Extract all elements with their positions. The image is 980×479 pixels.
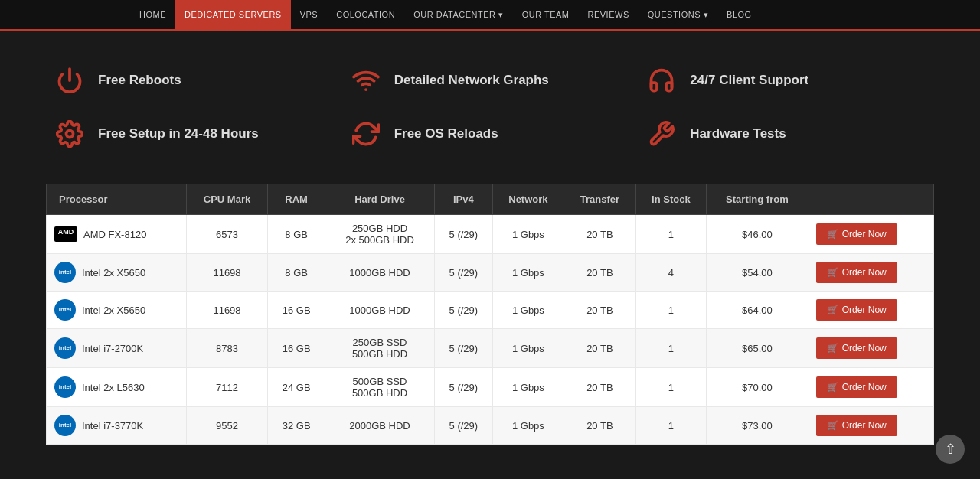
ram-cell: 8 GB (268, 254, 325, 292)
transfer-cell: 20 TB (564, 368, 635, 407)
table-row: intelIntel i7-3770K 9552 32 GB 2000GB HD… (47, 407, 934, 445)
processor-name: Intel i7-2700K (82, 343, 143, 354)
col-header: Starting from (707, 184, 808, 215)
price-cell: $54.00 (707, 254, 808, 292)
feature-label: 24/7 Client Support (690, 73, 808, 88)
feature-label: Free Setup in 24-48 Hours (98, 126, 259, 142)
order-label: Order Now (842, 229, 887, 240)
cart-icon: 🛒 (827, 420, 838, 431)
processor-cell: intelIntel 2x L5630 (47, 368, 187, 407)
svg-point-2 (67, 131, 74, 138)
feature-item-wrench: Hardware Tests (638, 107, 934, 161)
network-cell: 1 Gbps (492, 292, 564, 329)
transfer-cell: 20 TB (564, 329, 635, 368)
scroll-up-button[interactable]: ⇧ (936, 435, 965, 464)
features-grid: Free Reboots Detailed Network Graphs 24/… (0, 31, 980, 176)
ram-cell: 8 GB (268, 215, 325, 254)
cart-icon: 🛒 (827, 305, 838, 315)
price-cell: $65.00 (707, 329, 808, 368)
headset-icon (645, 64, 678, 96)
hard-drive-cell: 2000GB HDD (325, 407, 435, 445)
order-label: Order Now (842, 343, 887, 354)
in-stock-cell: 1 (635, 215, 707, 254)
col-header: Network (492, 184, 564, 215)
order-cell[interactable]: 🛒 Order Now (808, 368, 933, 407)
order-now-button[interactable]: 🛒 Order Now (816, 223, 897, 245)
ipv4-cell: 5 (/29) (434, 254, 492, 292)
nav-link-reviews[interactable]: REVIEWS (578, 0, 638, 30)
nav-link-dedicated_servers[interactable]: DEDICATED SERVERS (175, 0, 291, 30)
nav-link-home[interactable]: HOME (130, 0, 175, 30)
intel-badge: intel (54, 337, 76, 359)
ipv4-cell: 5 (/29) (434, 368, 492, 407)
intel-badge: intel (54, 299, 76, 321)
processor-cell: intelIntel 2x X5650 (47, 254, 187, 292)
table-row: intelIntel 2x L5630 7112 24 GB 500GB SSD… (47, 368, 934, 407)
order-label: Order Now (842, 305, 887, 315)
order-now-button[interactable]: 🛒 Order Now (816, 262, 897, 283)
hard-drive-cell: 500GB SSD500GB HDD (325, 368, 435, 407)
processor-cell: intelIntel 2x X5650 (47, 292, 187, 329)
nav-link-vps[interactable]: VPS (291, 0, 328, 30)
col-header: CPU Mark (186, 184, 268, 215)
hard-drive-cell: 250GB HDD2x 500GB HDD (325, 215, 435, 254)
feature-label: Free OS Reloads (394, 126, 498, 142)
transfer-cell: 20 TB (564, 215, 635, 254)
table-row: AMDAMD FX-8120 6573 8 GB 250GB HDD2x 500… (47, 215, 934, 254)
amd-badge: AMD (54, 226, 77, 242)
nav-link-blog[interactable]: BLOG (717, 0, 761, 30)
feature-label: Free Reboots (98, 73, 181, 88)
ram-cell: 16 GB (268, 292, 325, 329)
hard-drive-cell: 250GB SSD500GB HDD (325, 329, 435, 368)
ram-cell: 16 GB (268, 329, 325, 368)
intel-badge: intel (54, 415, 76, 436)
processor-cell: AMDAMD FX-8120 (47, 215, 187, 254)
col-header: In Stock (635, 184, 707, 215)
ipv4-cell: 5 (/29) (434, 292, 492, 329)
in-stock-cell: 1 (635, 407, 707, 445)
nav-link-our_team[interactable]: OUR TEAM (513, 0, 579, 30)
nav-links: HOMEDEDICATED SERVERSVPSCOLOCATIONOUR DA… (130, 0, 972, 30)
feature-item-refresh: Free OS Reloads (342, 107, 639, 161)
order-now-button[interactable]: 🛒 Order Now (816, 337, 897, 359)
feature-label: Hardware Tests (690, 126, 786, 142)
cart-icon: 🛒 (827, 343, 838, 354)
ipv4-cell: 5 (/29) (434, 215, 492, 254)
price-cell: $73.00 (707, 407, 808, 445)
hard-drive-cell: 1000GB HDD (325, 292, 435, 329)
transfer-cell: 20 TB (564, 254, 635, 292)
in-stock-cell: 1 (635, 292, 707, 329)
gear-icon (54, 118, 86, 150)
nav-link-questions__[interactable]: QUESTIONS ▾ (639, 0, 717, 30)
feature-label: Detailed Network Graphs (394, 73, 549, 88)
order-cell[interactable]: 🛒 Order Now (808, 329, 933, 368)
order-now-button[interactable]: 🛒 Order Now (816, 299, 897, 321)
network-cell: 1 Gbps (492, 368, 564, 407)
wifi-icon (350, 64, 382, 96)
order-now-button[interactable]: 🛒 Order Now (816, 376, 897, 398)
cpu-mark-cell: 9552 (186, 407, 268, 445)
refresh-icon (350, 118, 382, 150)
order-cell[interactable]: 🛒 Order Now (808, 407, 933, 445)
col-header: RAM (268, 184, 325, 215)
processor-name: AMD FX-8120 (83, 229, 146, 240)
nav-link-our_datacenter__[interactable]: OUR DATACENTER ▾ (404, 0, 513, 30)
cpu-mark-cell: 11698 (186, 254, 268, 292)
table-row: intelIntel i7-2700K 8783 16 GB 250GB SSD… (47, 329, 934, 368)
order-label: Order Now (842, 382, 887, 393)
nav-link-colocation[interactable]: COLOCATION (327, 0, 404, 30)
order-cell[interactable]: 🛒 Order Now (808, 292, 933, 329)
processor-cell: intelIntel i7-2700K (47, 329, 187, 368)
cart-icon: 🛒 (827, 267, 838, 278)
wrench-icon (645, 118, 678, 150)
order-now-button[interactable]: 🛒 Order Now (816, 415, 897, 436)
in-stock-cell: 1 (635, 329, 707, 368)
price-cell: $64.00 (707, 292, 808, 329)
processor-name: Intel 2x X5650 (82, 267, 145, 279)
col-header (808, 184, 933, 215)
order-cell[interactable]: 🛒 Order Now (808, 254, 933, 292)
server-table: ProcessorCPU MarkRAMHard DriveIPv4Networ… (46, 184, 934, 445)
col-header: IPv4 (434, 184, 492, 215)
server-table-section: ProcessorCPU MarkRAMHard DriveIPv4Networ… (0, 176, 980, 460)
order-cell[interactable]: 🛒 Order Now (808, 215, 933, 254)
